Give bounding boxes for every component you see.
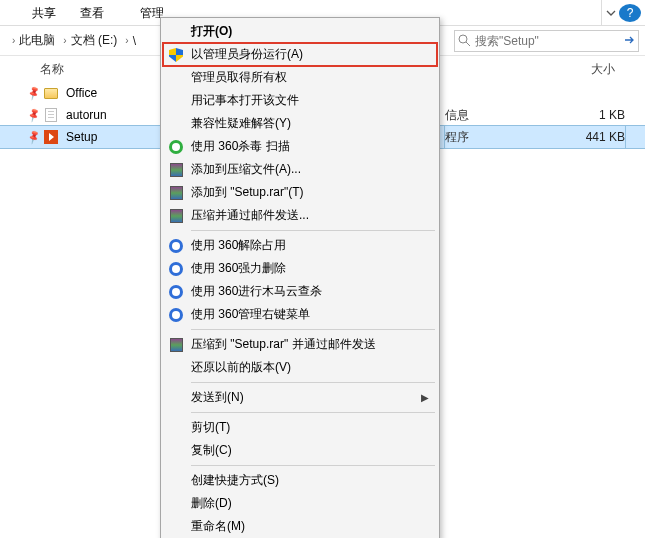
menu-open-notepad[interactable]: 用记事本打开该文件 — [163, 89, 437, 112]
menu-delete[interactable]: 删除(D) — [163, 492, 437, 515]
menu-rename[interactable]: 重命名(M) — [163, 515, 437, 538]
search-icon — [457, 33, 471, 47]
menu-open[interactable]: 打开(O) — [163, 20, 437, 43]
pin-icon: 📌 — [26, 86, 40, 101]
search-go-icon[interactable] — [622, 33, 636, 47]
svg-point-0 — [459, 35, 467, 43]
menu-rar-mail[interactable]: 压缩到 "Setup.rar" 并通过邮件发送 — [163, 333, 437, 356]
ribbon-share[interactable]: 共享 — [20, 0, 68, 26]
search-box[interactable] — [454, 30, 639, 52]
menu-separator — [191, 329, 435, 330]
file-icon — [42, 108, 60, 122]
svg-line-1 — [466, 42, 470, 46]
chevron-right-icon: › — [12, 35, 15, 46]
menu-cut[interactable]: 剪切(T) — [163, 416, 437, 439]
folder-icon — [42, 88, 60, 99]
360-icon — [167, 260, 185, 278]
menu-360-force-delete[interactable]: 使用 360强力删除 — [163, 257, 437, 280]
detail-column: 信息 1 KB 程序 441 KB — [445, 82, 625, 148]
360-icon — [167, 306, 185, 324]
file-type: 信息 — [445, 107, 469, 124]
menu-separator — [191, 230, 435, 231]
help-button[interactable]: ? — [619, 4, 641, 22]
pin-icon: 📌 — [26, 108, 40, 123]
menu-shortcut[interactable]: 创建快捷方式(S) — [163, 469, 437, 492]
file-size: 441 KB — [565, 130, 625, 144]
menu-send-to[interactable]: 发送到(N)▶ — [163, 386, 437, 409]
file-name: Office — [66, 86, 97, 100]
breadcrumb-docs[interactable]: 文档 (E:) — [71, 32, 118, 49]
rar-icon — [167, 184, 185, 202]
menu-separator — [191, 382, 435, 383]
chevron-right-icon: ▶ — [421, 392, 429, 403]
menu-run-as-admin[interactable]: 以管理员身份运行(A) — [163, 43, 437, 66]
menu-360-scan[interactable]: 使用 360杀毒 扫描 — [163, 135, 437, 158]
360-icon — [167, 138, 185, 156]
menu-zip-mail[interactable]: 压缩并通过邮件发送... — [163, 204, 437, 227]
ribbon-view[interactable]: 查看 — [68, 0, 116, 26]
rar-icon — [167, 207, 185, 225]
menu-copy[interactable]: 复制(C) — [163, 439, 437, 462]
file-size: 1 KB — [565, 108, 625, 122]
pin-icon: 📌 — [26, 130, 40, 145]
menu-360-trojan[interactable]: 使用 360进行木马云查杀 — [163, 280, 437, 303]
menu-separator — [191, 465, 435, 466]
file-name: autorun — [66, 108, 107, 122]
breadcrumb-last[interactable]: \ — [133, 34, 136, 48]
menu-restore[interactable]: 还原以前的版本(V) — [163, 356, 437, 379]
menu-add-rar[interactable]: 添加到 "Setup.rar"(T) — [163, 181, 437, 204]
menu-admin-ownership[interactable]: 管理员取得所有权 — [163, 66, 437, 89]
breadcrumb-pc[interactable]: 此电脑 — [19, 32, 55, 49]
context-menu: 打开(O) 以管理员身份运行(A) 管理员取得所有权 用记事本打开该文件 兼容性… — [160, 17, 440, 538]
file-type: 程序 — [445, 129, 469, 146]
menu-compat[interactable]: 兼容性疑难解答(Y) — [163, 112, 437, 135]
360-icon — [167, 283, 185, 301]
column-size[interactable]: 大小 — [591, 61, 615, 78]
file-name: Setup — [66, 130, 97, 144]
chevron-right-icon: › — [125, 35, 128, 46]
rar-icon — [167, 336, 185, 354]
search-input[interactable] — [455, 34, 638, 48]
menu-360-rightclick[interactable]: 使用 360管理右键菜单 — [163, 303, 437, 326]
menu-add-archive[interactable]: 添加到压缩文件(A)... — [163, 158, 437, 181]
360-icon — [167, 237, 185, 255]
rar-icon — [167, 161, 185, 179]
ribbon-expand-icon[interactable] — [601, 0, 619, 25]
chevron-right-icon: › — [63, 35, 66, 46]
menu-separator — [191, 412, 435, 413]
shield-icon — [167, 46, 185, 64]
setup-icon — [42, 130, 60, 144]
menu-360-release[interactable]: 使用 360解除占用 — [163, 234, 437, 257]
